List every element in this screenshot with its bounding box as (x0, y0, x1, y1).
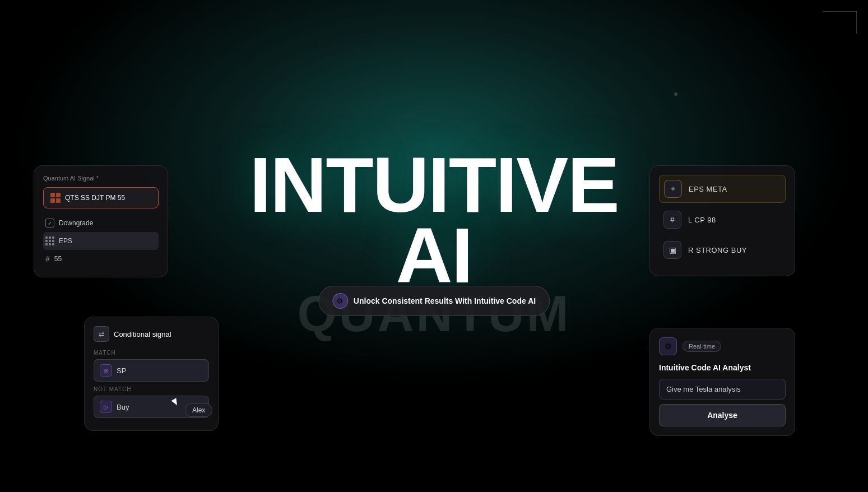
right-item-strongbuy[interactable]: ▣ R STRONG BUY (659, 236, 786, 263)
app-title: INTUITIVE AI (217, 150, 651, 291)
not-match-label: NOT MATCH (94, 386, 209, 392)
strongbuy-label: R STRONG BUY (688, 246, 747, 254)
realtime-badge: Real-time (683, 341, 721, 352)
eps-label: EPS (59, 237, 72, 245)
eps-meta-label: EPS META (689, 185, 727, 193)
right-top-card: ＋ EPS META # L CP 98 ▣ R STRONG BUY (649, 165, 795, 276)
alex-label: Alex (192, 406, 205, 414)
match-label: MATCH (94, 350, 209, 356)
gear-icon: ⚙ (332, 293, 348, 309)
right-item-lcp[interactable]: # L CP 98 (659, 206, 786, 233)
analyst-header: ⚙ Real-time (659, 337, 786, 355)
quantum-item-downgrade[interactable]: ✓ Downgrade (43, 214, 159, 232)
unlock-button[interactable]: ⚙ Unlock Consistent Results With Intuiti… (318, 286, 550, 316)
match-row-icon: ◎ (100, 364, 112, 377)
corner-dot (674, 92, 677, 96)
signal-badge[interactable]: QTS SS DJT PM 55 (43, 187, 159, 208)
match-row[interactable]: ◎ SP (94, 359, 209, 382)
plus-icon: ＋ (664, 180, 682, 198)
55-label: 55 (54, 255, 62, 263)
tesla-analysis-input[interactable]: Give me Tesla analysis (659, 379, 786, 400)
quantum-label: Quantum AI Signal * (43, 175, 159, 182)
analyst-gear-icon: ⚙ (659, 337, 677, 355)
downgrade-label: Downgrade (59, 219, 93, 227)
quantum-item-eps[interactable]: EPS (43, 232, 159, 250)
hash2-icon: # (663, 211, 681, 229)
alex-badge: Alex (185, 403, 212, 417)
match-row-text: SP (117, 366, 126, 375)
display-icon: ▣ (663, 241, 681, 259)
conditional-header: ⇄ Conditional signal (94, 326, 209, 342)
lcp-label: L CP 98 (688, 216, 716, 224)
quantum-item-55[interactable]: # 55 (43, 250, 159, 268)
hash-icon: # (45, 254, 50, 263)
not-match-row-icon: ▷ (100, 401, 112, 413)
check-icon: ✓ (45, 219, 54, 228)
analyse-button[interactable]: Analyse (659, 404, 786, 426)
signal-text: QTS SS DJT PM 55 (65, 194, 125, 202)
not-match-row-text: Buy (117, 403, 129, 411)
conditional-title: Conditional signal (114, 330, 171, 338)
grid-icon (50, 193, 61, 203)
conditional-icon: ⇄ (94, 326, 109, 342)
unlock-label: Unlock Consistent Results With Intuitive… (354, 296, 536, 305)
analyst-card: ⚙ Real-time Intuitive Code AI Analyst Gi… (649, 328, 795, 436)
analyst-title: Intuitive Code AI Analyst (659, 363, 786, 372)
quantum-signal-card: Quantum AI Signal * QTS SS DJT PM 55 ✓ D… (34, 165, 168, 277)
right-item-eps[interactable]: ＋ EPS META (659, 175, 786, 203)
grid3-icon (45, 236, 54, 245)
corner-bracket-tr (812, 11, 857, 39)
